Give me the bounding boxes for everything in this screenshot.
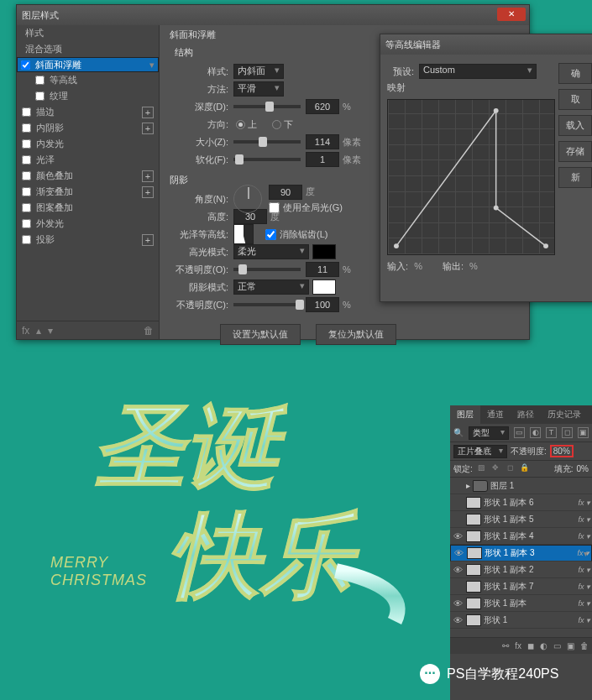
technique-select[interactable]: 平滑 — [233, 81, 284, 97]
effect-checkbox[interactable] — [22, 155, 31, 165]
plus-icon[interactable]: + — [142, 170, 154, 182]
effects-item-gradient[interactable]: 渐变叠加+ — [17, 184, 159, 200]
effect-checkbox[interactable] — [22, 235, 31, 244]
shadow-opacity-slider[interactable] — [233, 303, 301, 306]
effects-item-inner-glow[interactable]: 内发光 — [17, 136, 159, 152]
effects-item-pattern[interactable]: 图案叠加 — [17, 200, 159, 216]
make-default-button[interactable]: 设置为默认值 — [220, 324, 301, 345]
save-button[interactable]: 存储 — [558, 141, 592, 162]
effects-item-bevel[interactable]: 斜面和浮雕 — [17, 57, 159, 72]
layer-row[interactable]: 👁形状 1 副本 2fx ▾ — [450, 562, 592, 578]
plus-icon[interactable]: + — [142, 107, 154, 118]
tab-paths[interactable]: 路径 — [511, 405, 541, 424]
gloss-contour[interactable] — [233, 224, 254, 244]
fill-input[interactable]: 0% — [577, 464, 589, 473]
shadow-mode-select[interactable]: 正常 — [233, 279, 309, 295]
adjust-icon[interactable]: ◐ — [540, 641, 547, 650]
soften-slider[interactable] — [233, 158, 301, 161]
plus-icon[interactable]: + — [142, 123, 154, 134]
blend-mode-select[interactable]: 正片叠底 — [453, 445, 507, 458]
tab-history[interactable]: 历史记录 — [541, 405, 588, 424]
effect-checkbox[interactable] — [35, 76, 45, 85]
fx-icon[interactable]: fx — [22, 325, 29, 337]
highlight-mode-select[interactable]: 柔光 — [233, 244, 309, 259]
effects-item[interactable]: 样式 — [17, 25, 159, 41]
depth-slider[interactable] — [233, 105, 301, 108]
lock-artboard-icon[interactable]: ◻ — [505, 463, 516, 474]
filter-shape-icon[interactable]: ◻ — [562, 427, 573, 438]
tab-channels[interactable]: 通道 — [480, 405, 511, 424]
layer-row[interactable]: 形状 1 副本 7fx ▾ — [450, 578, 592, 595]
effect-checkbox[interactable] — [22, 171, 31, 180]
load-button[interactable]: 载入 — [558, 115, 592, 136]
layer-row[interactable]: 形状 1 副本 6fx ▾ — [450, 494, 592, 511]
trash-icon[interactable]: 🗑 — [144, 325, 154, 337]
new-button[interactable]: 新 — [558, 167, 592, 188]
size-slider[interactable] — [233, 140, 301, 144]
lock-all-icon[interactable]: 🔒 — [519, 463, 530, 474]
layer-row[interactable]: 👁形状 1 副本fx ▾ — [450, 595, 592, 612]
fx-icon[interactable]: fx — [515, 641, 521, 650]
dir-down-radio[interactable] — [272, 120, 281, 129]
layer-row-selected[interactable]: 👁形状 1 副本 3fx ▾ — [450, 545, 592, 562]
effect-checkbox[interactable] — [22, 203, 31, 212]
shadow-opacity-input[interactable]: 100 — [306, 297, 339, 312]
angle-input[interactable]: 90 — [269, 185, 302, 200]
effect-checkbox[interactable] — [22, 219, 31, 228]
group-icon[interactable]: ▭ — [553, 641, 561, 650]
layer-group[interactable]: ▸图层 1 — [450, 478, 592, 494]
link-icon[interactable]: ⚯ — [502, 641, 509, 650]
tab-layers[interactable]: 图层 — [450, 405, 480, 424]
cancel-button[interactable]: 取 — [558, 89, 592, 110]
filter-adjust-icon[interactable]: ◐ — [530, 427, 541, 438]
reset-default-button[interactable]: 复位为默认值 — [316, 324, 396, 345]
kind-select[interactable]: 类型 — [469, 426, 509, 440]
effects-item-color[interactable]: 颜色叠加+ — [17, 168, 159, 184]
filter-smart-icon[interactable]: ▣ — [578, 427, 589, 438]
soften-input[interactable]: 1 — [306, 152, 339, 167]
effects-item-contour[interactable]: 等高线 — [17, 72, 159, 88]
search-icon[interactable]: 🔍 — [453, 428, 464, 437]
effect-checkbox[interactable] — [35, 91, 45, 101]
contour-titlebar[interactable]: 等高线编辑器 — [380, 34, 592, 55]
effects-item-stroke[interactable]: 描边+ — [17, 104, 159, 120]
plus-icon[interactable]: + — [142, 186, 154, 198]
down-icon[interactable]: ▾ — [48, 325, 53, 337]
highlight-opacity-input[interactable]: 11 — [306, 262, 339, 277]
effect-checkbox[interactable] — [22, 139, 31, 149]
trash-icon[interactable]: 🗑 — [580, 641, 589, 650]
effects-item-drop-shadow[interactable]: 投影+ — [17, 232, 159, 248]
dir-up-radio[interactable] — [236, 120, 245, 129]
highlight-color[interactable] — [312, 244, 336, 259]
effects-item-outer-glow[interactable]: 外发光 — [17, 216, 159, 232]
depth-input[interactable]: 620 — [306, 99, 339, 114]
lock-pixels-icon[interactable]: ▨ — [476, 463, 487, 474]
mask-icon[interactable]: ◼ — [527, 641, 534, 650]
lock-position-icon[interactable]: ✥ — [490, 463, 501, 474]
new-layer-icon[interactable]: ▣ — [567, 641, 574, 650]
effect-checkbox[interactable] — [22, 187, 31, 196]
filter-type-icon[interactable]: T — [546, 427, 557, 438]
shadow-color[interactable] — [312, 279, 336, 295]
effects-item-satin[interactable]: 光泽 — [17, 152, 159, 168]
highlight-opacity-slider[interactable] — [233, 268, 301, 271]
close-icon[interactable]: ✕ — [497, 8, 526, 21]
antialias-checkbox[interactable] — [265, 229, 276, 240]
filter-image-icon[interactable]: ▭ — [514, 427, 525, 438]
preset-select[interactable]: Custom — [419, 64, 537, 79]
angle-wheel[interactable] — [233, 185, 262, 213]
layer-row[interactable]: 👁形状 1 副本 4fx ▾ — [450, 528, 592, 545]
effects-item[interactable]: 混合选项 — [17, 41, 159, 57]
effects-item-inner-shadow[interactable]: 内阴影+ — [17, 120, 159, 136]
effects-item-texture[interactable]: 纹理 — [17, 88, 159, 104]
effect-checkbox[interactable] — [22, 123, 31, 133]
curve-grid[interactable] — [387, 99, 555, 255]
ok-button[interactable]: 确 — [558, 63, 592, 84]
layer-style-titlebar[interactable]: 图层样式 ✕ — [17, 5, 529, 25]
opacity-input[interactable]: 80% — [550, 445, 574, 457]
effect-checkbox[interactable] — [21, 60, 30, 70]
up-icon[interactable]: ▴ — [36, 325, 41, 337]
layer-row[interactable]: 形状 1 副本 5fx ▾ — [450, 511, 592, 528]
plus-icon[interactable]: + — [142, 234, 154, 246]
size-input[interactable]: 114 — [306, 134, 339, 149]
